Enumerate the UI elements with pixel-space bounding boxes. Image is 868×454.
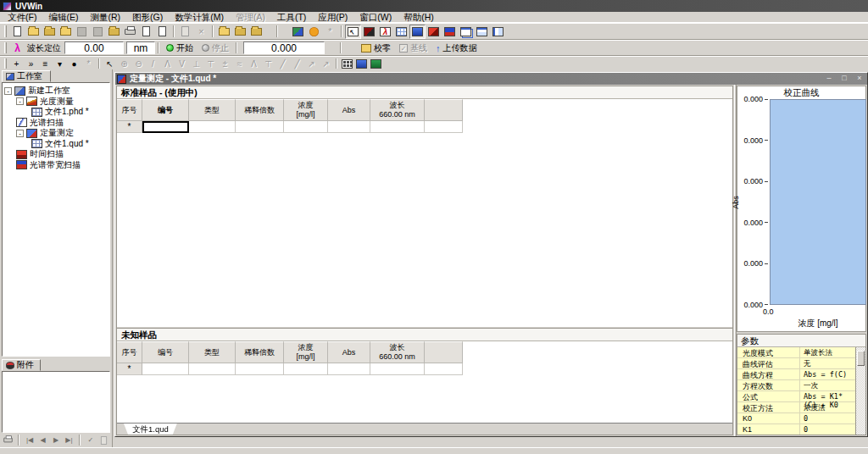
list-view-button[interactable]: ≡ xyxy=(38,58,53,70)
unknown-wavelength-cell[interactable] xyxy=(370,363,425,375)
close-button[interactable]: × xyxy=(854,74,865,84)
tree-item-phd-file[interactable]: 文件1.phd * xyxy=(31,107,109,118)
zoom-out-button[interactable]: ⊖ xyxy=(131,58,146,70)
standard-abs-cell[interactable] xyxy=(328,121,370,133)
menu-measure[interactable]: 测量(R) xyxy=(84,12,126,23)
instrument-download-button[interactable] xyxy=(248,25,264,39)
trace-button[interactable]: » xyxy=(24,58,38,70)
time-scan-button[interactable] xyxy=(426,25,442,39)
menu-tools[interactable]: 工具(T) xyxy=(271,12,312,23)
toolbar-grip[interactable] xyxy=(4,42,7,54)
document-titlebar[interactable]: 定量测定 - 文件1.qud * – □ × xyxy=(115,73,867,85)
tree-item-root[interactable]: - 新建工作室 xyxy=(4,86,109,97)
standard-id-cell-selected[interactable] xyxy=(142,121,189,133)
zoom-in-button[interactable]: ⊕ xyxy=(117,58,131,70)
settings-button[interactable] xyxy=(306,25,322,39)
wavelength-input[interactable] xyxy=(64,42,124,54)
stop-button[interactable]: 停止 xyxy=(198,42,233,54)
menu-graph[interactable]: 图形(G) xyxy=(126,12,169,23)
display-mode-button[interactable]: * xyxy=(81,58,96,70)
next-record-button[interactable]: ▶ xyxy=(50,435,61,446)
grid-options-button[interactable]: ▾ xyxy=(53,58,67,70)
tree-item-quantitative[interactable]: - 定量测定 xyxy=(16,128,109,139)
expander-icon[interactable]: - xyxy=(16,97,24,105)
standard-type-cell[interactable] xyxy=(189,121,236,133)
standard-blank-cell[interactable] xyxy=(425,121,463,133)
standard-wavelength-cell[interactable] xyxy=(370,121,425,133)
menu-math[interactable]: 数学计算(M) xyxy=(169,12,230,23)
bandwidth-scan-button[interactable] xyxy=(442,25,458,39)
expander-icon[interactable]: - xyxy=(4,87,12,95)
unknown-abs-cell[interactable] xyxy=(328,363,370,375)
page-setup-button[interactable] xyxy=(154,25,170,39)
menu-edit[interactable]: 编辑(E) xyxy=(42,12,84,23)
menu-file[interactable]: 文件(F) xyxy=(2,12,42,23)
standard-dilution-cell[interactable] xyxy=(236,121,284,133)
attachment-list[interactable] xyxy=(2,371,110,433)
smooth-tool-button[interactable]: ≈ xyxy=(232,58,247,70)
tile-vertical-button[interactable] xyxy=(490,25,506,39)
save-button[interactable] xyxy=(74,25,90,39)
zero-button[interactable]: 校零 xyxy=(357,42,395,54)
tree-item-time-scan[interactable]: 时间扫描 xyxy=(16,149,109,160)
goto-wavelength-button[interactable]: λ xyxy=(9,41,25,55)
new-attachment-button[interactable] xyxy=(98,435,109,446)
spectrum-scan-button[interactable] xyxy=(393,25,409,39)
baseline-tool-button[interactable]: ⊥ xyxy=(189,58,203,70)
open-file-button[interactable] xyxy=(25,25,42,39)
data-grid-button[interactable] xyxy=(340,58,354,70)
area-tool-button[interactable]: ± xyxy=(218,58,232,70)
print-preview-button[interactable] xyxy=(138,25,154,39)
parameters-scrollbar[interactable] xyxy=(855,347,865,435)
import-button[interactable] xyxy=(58,25,74,39)
annotate-tool-button[interactable]: ⊤ xyxy=(261,58,275,70)
menu-apps[interactable]: 应用(P) xyxy=(312,12,353,23)
line-tool-button[interactable]: ╱ xyxy=(275,58,290,70)
valley-pick-button[interactable]: V xyxy=(175,58,189,70)
line2-tool-button[interactable]: ╱ xyxy=(290,58,304,70)
wavelength-scan-button[interactable]: λ xyxy=(377,25,393,39)
unknown-blank-cell[interactable] xyxy=(425,363,463,375)
menu-help[interactable]: 帮助(H) xyxy=(398,12,440,23)
instrument-upload-button[interactable] xyxy=(232,25,248,39)
cascade-windows-button[interactable] xyxy=(458,25,474,39)
select-cursor-button[interactable]: ↖ xyxy=(103,58,117,70)
prev-record-button[interactable]: ◀ xyxy=(37,435,48,446)
tile-horizontal-button[interactable] xyxy=(474,25,490,39)
scrollbar-thumb[interactable] xyxy=(857,351,865,366)
unknown-concentration-cell[interactable] xyxy=(284,363,328,375)
attachment-print-button[interactable] xyxy=(3,435,14,446)
delete-button[interactable]: × xyxy=(193,25,209,39)
toolbar-grip[interactable] xyxy=(4,58,7,69)
instrument-connect-button[interactable] xyxy=(216,25,232,39)
marker-options-button[interactable]: ● xyxy=(67,58,81,70)
row-marker-cell[interactable]: * xyxy=(117,121,142,133)
tree-item-spectrum-scan[interactable]: 光谱扫描 xyxy=(16,118,109,129)
last-record-button[interactable]: ▶| xyxy=(64,435,75,446)
new-file-button[interactable] xyxy=(9,25,25,39)
export-word-button[interactable] xyxy=(354,58,369,70)
export-excel-button[interactable] xyxy=(369,58,383,70)
save-all-button[interactable] xyxy=(90,25,106,39)
paste-button[interactable] xyxy=(177,25,193,39)
quantitative-mode-button[interactable] xyxy=(409,25,426,39)
tangent-tool-button[interactable]: ⊤ xyxy=(203,58,218,70)
lamp-button[interactable]: * xyxy=(322,25,338,39)
tree-item-photometry[interactable]: - 光度测量 xyxy=(16,97,109,108)
print-button[interactable] xyxy=(122,25,138,39)
derivative-tool-button[interactable]: Λ xyxy=(247,58,261,70)
start-button[interactable]: 开始 xyxy=(162,42,198,54)
arrow-tool-button[interactable]: ↗ xyxy=(304,58,319,70)
toolbar-grip[interactable] xyxy=(4,25,7,37)
refresh-button[interactable] xyxy=(290,25,306,39)
verify-button[interactable]: ✓ xyxy=(85,435,96,446)
minimize-button[interactable]: – xyxy=(823,74,835,84)
file-tab[interactable]: 文件1.qud xyxy=(124,424,177,435)
tab-attachment[interactable]: 附件 xyxy=(2,359,41,371)
tree-item-bandwidth-scan[interactable]: 光谱带宽扫描 xyxy=(16,160,109,171)
upload-data-button[interactable]: ↑上传数据 xyxy=(431,42,481,54)
row-marker-cell[interactable]: * xyxy=(117,363,142,375)
find-file-button[interactable] xyxy=(106,25,122,39)
expander-icon[interactable]: - xyxy=(16,130,24,137)
photometry-mode-button[interactable] xyxy=(361,25,377,39)
